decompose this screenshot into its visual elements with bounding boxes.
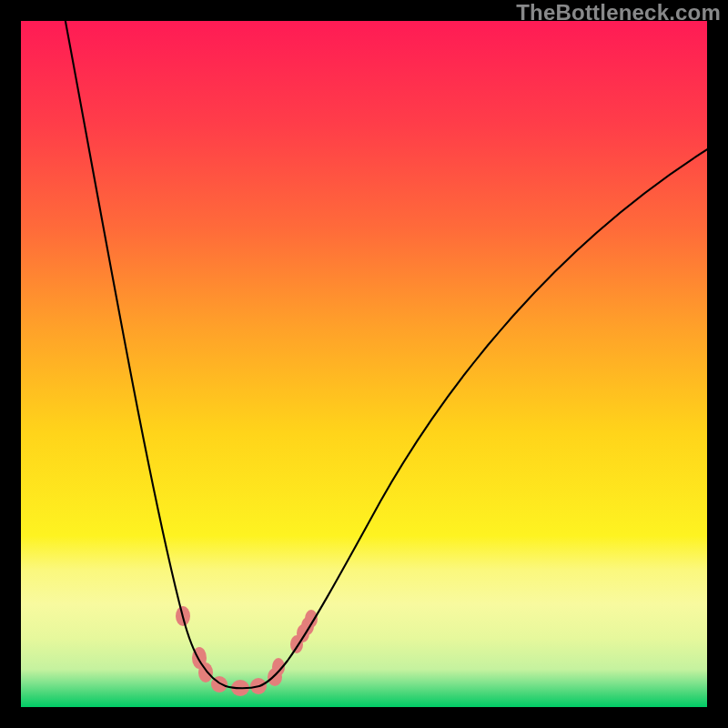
curve-marker: [198, 662, 213, 682]
left-curve: [64, 21, 226, 686]
right-curve: [259, 148, 707, 686]
bottleneck-curve: [21, 21, 707, 707]
curve-lines: [64, 21, 707, 688]
chart-frame: [21, 21, 707, 707]
watermark-text: TheBottleneck.com: [516, 0, 721, 25]
curve-markers: [176, 606, 318, 696]
